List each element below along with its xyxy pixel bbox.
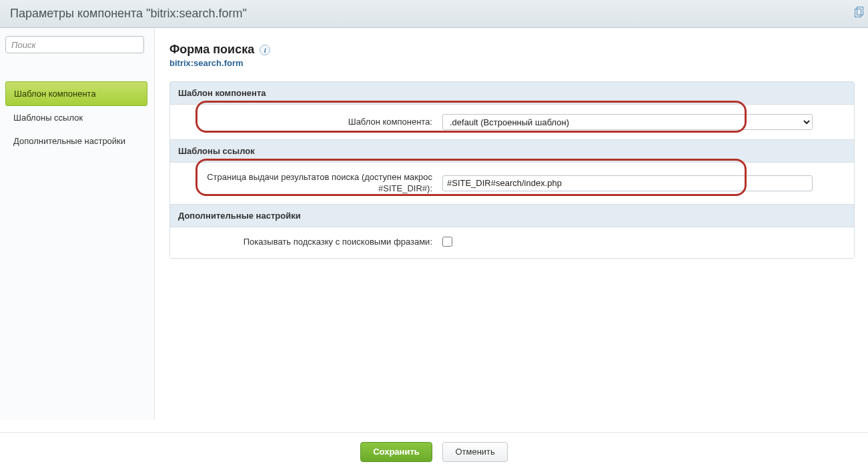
blank-area (169, 259, 855, 412)
sidebar-item-additional[interactable]: Дополнительные настройки (5, 129, 147, 153)
sidebar-item-template[interactable]: Шаблон компонента (5, 81, 147, 106)
search-input[interactable] (5, 36, 144, 53)
page-title: Форма поиска (169, 43, 254, 57)
component-code: bitrix:search.form (169, 58, 855, 68)
sidebar: Шаблон компонента Шаблоны ссылок Дополни… (0, 28, 155, 420)
sidebar-item-link-templates[interactable]: Шаблоны ссылок (5, 106, 147, 129)
template-select[interactable]: .default (Встроенный шаблон) (442, 114, 813, 130)
section-header-template: Шаблон компонента (170, 82, 854, 105)
window-title: Параметры компонента "bitrix:search.form… (10, 7, 247, 20)
svg-rect-0 (855, 9, 861, 17)
copy-icon[interactable] (855, 7, 864, 17)
main-panel: Форма поиска i bitrix:search.form Шаблон… (155, 28, 868, 432)
cancel-button[interactable]: Отменить (442, 442, 507, 462)
field-label-show-hints: Показывать подсказку с поисковыми фразам… (175, 237, 442, 248)
save-button[interactable]: Сохранить (360, 442, 432, 462)
window-header: Параметры компонента "bitrix:search.form… (0, 0, 868, 28)
info-icon[interactable]: i (260, 45, 270, 55)
field-label-results-page: Страница выдачи результатов поиска (дост… (175, 172, 442, 195)
footer-bar: Сохранить Отменить (0, 432, 868, 464)
section-header-links: Шаблоны ссылок (170, 139, 854, 163)
svg-rect-1 (857, 7, 863, 15)
show-hints-checkbox[interactable] (442, 237, 452, 247)
field-label-template: Шаблон компонента: (175, 117, 442, 128)
section-header-additional: Дополнительные настройки (170, 204, 854, 227)
results-page-input[interactable] (442, 175, 813, 191)
